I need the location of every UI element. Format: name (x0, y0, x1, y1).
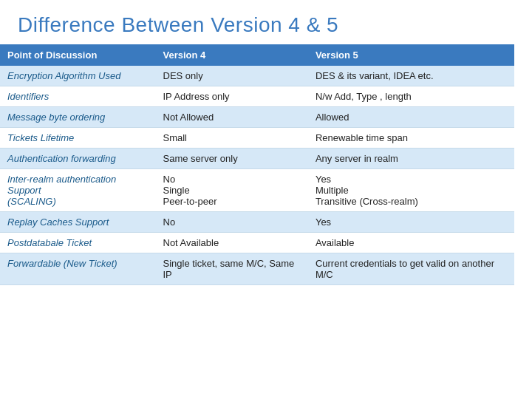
cell-v5: Allowed (308, 107, 514, 128)
col-header-v5: Version 5 (308, 44, 514, 66)
table-row: Message byte orderingNot AllowedAllowed (0, 107, 514, 128)
cell-v4: Not Allowed (156, 107, 308, 128)
cell-v4: Not Available (156, 233, 308, 253)
cell-point: Message byte ordering (0, 107, 156, 128)
title-area: Difference Between Version 4 & 5 (0, 0, 532, 44)
page-container: Difference Between Version 4 & 5 Point o… (0, 0, 532, 399)
comparison-table: Point of Discussion Version 4 Version 5 … (0, 44, 514, 285)
table-header-row: Point of Discussion Version 4 Version 5 (0, 44, 514, 66)
cell-v4: DES only (156, 66, 308, 86)
cell-v5: Available (308, 233, 514, 253)
table-row: Replay Caches SupportNoYes (0, 212, 514, 233)
cell-v4: Single ticket, same M/C, Same IP (156, 253, 308, 285)
cell-point: Encryption Algorithm Used (0, 66, 156, 86)
cell-v4: Same server only (156, 149, 308, 169)
table-row: Forwardable (New Ticket)Single ticket, s… (0, 253, 514, 285)
cell-v5: Any server in realm (308, 149, 514, 169)
col-header-point: Point of Discussion (0, 44, 156, 66)
table-row: Encryption Algorithm UsedDES onlyDES & i… (0, 66, 514, 86)
cell-point: Postdatabale Ticket (0, 233, 156, 253)
table-row: Tickets LifetimeSmallRenewable time span (0, 128, 514, 149)
cell-v4: NoSinglePeer-to-peer (156, 169, 308, 212)
page-title: Difference Between Version 4 & 5 (18, 13, 514, 37)
table-row: Postdatabale TicketNot AvailableAvailabl… (0, 233, 514, 253)
table-row: Authentication forwardingSame server onl… (0, 149, 514, 169)
table-row: Inter-realm authentication Support(SCALI… (0, 169, 514, 212)
cell-point: Tickets Lifetime (0, 128, 156, 149)
cell-v5: N/w Add, Type , length (308, 86, 514, 107)
table-row: IdentifiersIP Address onlyN/w Add, Type … (0, 86, 514, 107)
cell-point: Identifiers (0, 86, 156, 107)
cell-v4: Small (156, 128, 308, 149)
table-wrapper: Point of Discussion Version 4 Version 5 … (0, 44, 532, 285)
cell-v4: IP Address only (156, 86, 308, 107)
cell-v4: No (156, 212, 308, 233)
cell-point: Authentication forwarding (0, 149, 156, 169)
cell-point: Replay Caches Support (0, 212, 156, 233)
cell-v5: Renewable time span (308, 128, 514, 149)
cell-v5: DES & its variant, IDEA etc. (308, 66, 514, 86)
cell-v5: Yes (308, 212, 514, 233)
cell-point: Inter-realm authentication Support(SCALI… (0, 169, 156, 212)
cell-v5: YesMultipleTransitive (Cross-realm) (308, 169, 514, 212)
cell-v5: Current credentials to get valid on anot… (308, 253, 514, 285)
cell-point: Forwardable (New Ticket) (0, 253, 156, 285)
col-header-v4: Version 4 (156, 44, 308, 66)
